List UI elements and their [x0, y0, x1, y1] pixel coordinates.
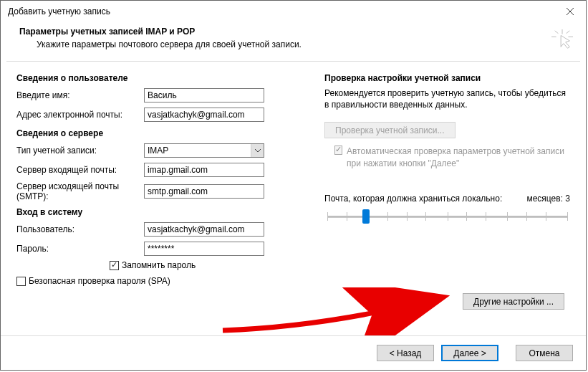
slider-value: месяцев: 3: [526, 194, 570, 204]
back-button[interactable]: < Назад: [377, 345, 434, 361]
header: Параметры учетных записей IMAP и POP Ука…: [1, 22, 586, 61]
window-title: Добавить учетную запись: [8, 6, 110, 16]
cancel-button[interactable]: Отмена: [516, 345, 573, 361]
section-user-info: Сведения о пользователе: [16, 73, 296, 83]
slider-tick: [546, 212, 546, 221]
spa-row: Безопасная проверка пароля (SPA): [16, 276, 296, 286]
name-input[interactable]: [144, 88, 264, 102]
titlebar: Добавить учетную запись: [1, 1, 586, 22]
autocheck-row: Автоматическая проверка параметров учетн…: [334, 146, 570, 168]
account-type-value: IMAP: [145, 146, 251, 156]
header-subtitle: Укажите параметры почтового сервера для …: [19, 39, 572, 49]
password-label: Пароль:: [16, 244, 144, 254]
section-login: Вход в систему: [16, 207, 296, 217]
remember-password-label: Запомнить пароль: [122, 260, 196, 270]
test-description: Рекомендуется проверить учетную запись, …: [324, 87, 570, 110]
remember-password-checkbox[interactable]: [110, 261, 119, 270]
slider-tick: [425, 212, 426, 221]
mail-retention-slider-area: Почта, которая должна храниться локально…: [324, 194, 570, 225]
slider-tick: [448, 212, 448, 221]
slider-tick: [507, 212, 508, 221]
slider-thumb[interactable]: [362, 209, 370, 224]
wizard-cursor-icon: [551, 29, 573, 51]
left-column: Сведения о пользователе Введите имя: Адр…: [16, 73, 296, 286]
outgoing-input[interactable]: [144, 184, 264, 199]
mail-retention-slider[interactable]: [327, 208, 567, 225]
username-label: Пользователь:: [16, 224, 144, 234]
incoming-input[interactable]: [144, 163, 264, 177]
close-button[interactable]: [554, 1, 586, 22]
account-type-select[interactable]: IMAP: [144, 143, 264, 158]
remember-password-row: Запомнить пароль: [16, 260, 296, 270]
name-label: Введите имя:: [16, 90, 144, 100]
outgoing-label: Сервер исходящей почты (SMTP):: [16, 181, 144, 201]
account-type-label: Тип учетной записи:: [16, 146, 144, 156]
password-input[interactable]: [144, 242, 264, 256]
next-button[interactable]: Далее >: [441, 345, 498, 361]
slider-label: Почта, которая должна храниться локально…: [324, 194, 502, 204]
autocheck-checkbox[interactable]: [334, 146, 342, 155]
dialog-window: Добавить учетную запись Параметры учетны…: [0, 0, 587, 371]
email-label: Адрес электронной почты:: [16, 110, 144, 120]
header-title: Параметры учетных записей IMAP и POP: [19, 27, 572, 37]
slider-tick: [567, 212, 568, 221]
svg-line-6: [567, 31, 570, 34]
dialog-body: Сведения о пользователе Введите имя: Адр…: [1, 62, 586, 286]
test-account-button[interactable]: Проверка учетной записи...: [324, 122, 456, 138]
slider-tick: [407, 212, 408, 221]
more-settings-button[interactable]: Другие настройки ...: [463, 293, 564, 310]
close-icon: [567, 8, 574, 15]
chevron-down-icon: [251, 144, 264, 157]
autocheck-label: Автоматическая проверка параметров учетн…: [347, 146, 570, 168]
svg-line-5: [555, 31, 559, 34]
slider-tick: [327, 212, 328, 221]
footer: < Назад Далее > Отмена: [1, 335, 586, 370]
right-column: Проверка настройки учетной записи Рекоме…: [324, 73, 570, 286]
slider-tick: [466, 212, 467, 221]
incoming-label: Сервер входящей почты:: [16, 165, 144, 175]
spa-label: Безопасная проверка пароля (SPA): [29, 276, 170, 286]
section-test: Проверка настройки учетной записи: [324, 73, 570, 83]
email-input[interactable]: [144, 108, 264, 122]
slider-tick: [387, 212, 388, 221]
spa-checkbox[interactable]: [16, 277, 26, 286]
slider-tick: [347, 212, 347, 221]
slider-tick: [486, 212, 486, 221]
slider-tick: [526, 212, 527, 221]
section-server-info: Сведения о сервере: [16, 128, 296, 138]
username-input[interactable]: [144, 222, 264, 237]
